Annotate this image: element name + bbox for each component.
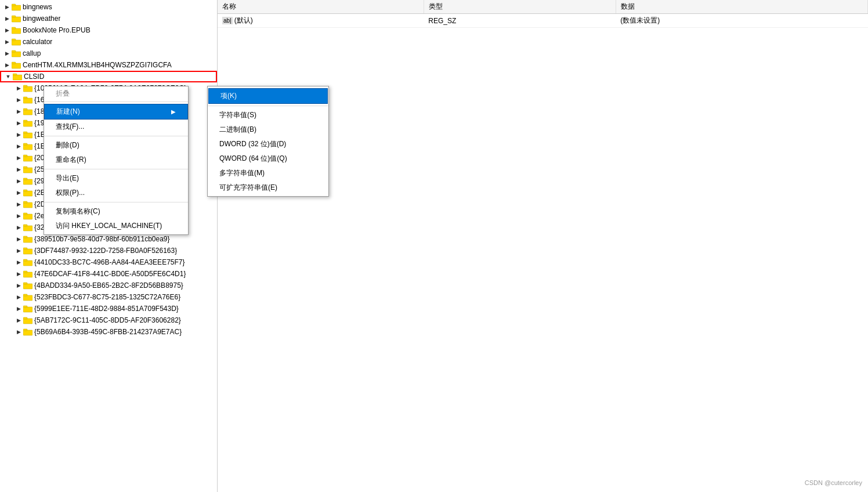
- expand-arrow[interactable]: ▶: [14, 188, 23, 197]
- tree-item-bingweather[interactable]: ▶ bingweather: [0, 13, 217, 24]
- context-menu-new[interactable]: 新建(N) ▶: [44, 104, 188, 120]
- svg-rect-43: [23, 248, 27, 249]
- expand-arrow[interactable]: ▶: [14, 292, 23, 302]
- separator3: [44, 169, 188, 169]
- tree-item-label: {5B69A6B4-393B-459C-8FBB-214237A9E7AC}: [34, 328, 182, 336]
- folder-icon: [23, 165, 32, 173]
- tree-item-label: {523FBDC3-C677-8C75-2185-1325C72A76E6}: [34, 293, 180, 301]
- tree-item-bingnews[interactable]: ▶ bingnews: [0, 1, 217, 13]
- expand-arrow[interactable]: ▶: [14, 95, 23, 104]
- svg-rect-9: [12, 50, 16, 52]
- expand-arrow[interactable]: ▶: [14, 176, 23, 186]
- context-menu-permissions[interactable]: 权限(P)...: [44, 186, 188, 200]
- svg-rect-42: [23, 249, 32, 254]
- tree-item-label: bingnews: [23, 3, 52, 11]
- expand-arrow[interactable]: ▶: [2, 60, 12, 70]
- tree-item-label: {5999E1EE-711E-48D2-9884-851A709F543D}: [34, 305, 179, 313]
- submenu-expandstring[interactable]: 可扩充字符串值(E): [208, 180, 328, 195]
- expand-arrow[interactable]: ▶: [14, 200, 23, 209]
- expand-arrow[interactable]: ▶: [2, 14, 12, 23]
- submenu[interactable]: 项(K) 字符串值(S) 二进制值(B) DWORD (32 位)值(D) QW…: [207, 86, 329, 197]
- svg-rect-32: [23, 191, 32, 196]
- expand-arrow[interactable]: ▶: [14, 153, 23, 162]
- svg-rect-11: [12, 62, 16, 64]
- svg-rect-38: [23, 226, 32, 231]
- expand-arrow[interactable]: ▶: [2, 49, 12, 58]
- cell-type: REG_SZ: [424, 14, 616, 28]
- tree-item-guid20[interactable]: ▶ {5999E1EE-711E-48D2-9884-851A709F543D}: [0, 303, 217, 314]
- col-name: 名称: [218, 0, 424, 14]
- expand-arrow[interactable]: ▶: [14, 118, 23, 128]
- expand-arrow[interactable]: ▶: [14, 107, 23, 116]
- folder-icon: [13, 73, 22, 81]
- submenu-string[interactable]: 字符串值(S): [208, 108, 328, 122]
- expand-arrow[interactable]: ▼: [3, 72, 13, 81]
- svg-rect-57: [23, 329, 27, 331]
- folder-icon: [12, 26, 21, 34]
- context-menu[interactable]: 折叠 新建(N) ▶ 查找(F)... 删除(D) 重命名(R) 导出(E) 权…: [44, 86, 189, 235]
- folder-icon: [23, 281, 32, 290]
- folder-icon: [23, 177, 32, 185]
- svg-rect-34: [23, 202, 32, 208]
- expand-arrow[interactable]: ▶: [14, 234, 23, 244]
- svg-rect-41: [23, 236, 27, 238]
- context-menu-delete[interactable]: 删除(D): [44, 138, 188, 153]
- tree-item-guid19[interactable]: ▶ {523FBDC3-C677-8C75-2185-1325C72A76E6}: [0, 291, 217, 303]
- expand-arrow[interactable]: ▶: [14, 269, 23, 278]
- context-menu-find[interactable]: 查找(F)...: [44, 120, 188, 134]
- tree-item-guid17[interactable]: ▶ {47E6DCAF-41F8-441C-BD0E-A50D5FE6C4D1}: [0, 268, 217, 280]
- context-menu-export[interactable]: 导出(E): [44, 171, 188, 186]
- submenu-binary[interactable]: 二进制值(B): [208, 122, 328, 137]
- registry-tree[interactable]: ▶ bingnews▶ bingweather▶ BookxNote Pro.E…: [0, 0, 218, 492]
- svg-rect-14: [23, 86, 32, 92]
- folder-icon: [23, 142, 32, 150]
- folder-icon: [23, 247, 32, 255]
- folder-icon: [23, 305, 32, 313]
- expand-arrow[interactable]: ▶: [14, 142, 23, 151]
- expand-arrow[interactable]: ▶: [14, 130, 23, 139]
- svg-rect-46: [23, 272, 32, 277]
- expand-arrow[interactable]: ▶: [14, 84, 23, 93]
- expand-arrow[interactable]: ▶: [14, 281, 23, 290]
- tree-item-guid14[interactable]: ▶ {389510b7-9e58-40d7-98bf-60b911cb0ea9}: [0, 233, 217, 245]
- expand-arrow[interactable]: ▶: [2, 2, 12, 12]
- expand-arrow[interactable]: ▶: [14, 246, 23, 255]
- tree-item-callup[interactable]: ▶ callup: [0, 48, 217, 59]
- tree-item-guid16[interactable]: ▶ {4410DC33-BC7C-496B-AA84-4AEA3EEE75F7}: [0, 256, 217, 268]
- svg-rect-24: [23, 144, 32, 150]
- expand-arrow[interactable]: ▶: [14, 327, 23, 337]
- registry-values-table: 名称 类型 数据 ab|(默认)REG_SZ(数值未设置): [218, 0, 868, 28]
- expand-arrow[interactable]: ▶: [14, 165, 23, 174]
- cell-name: ab|(默认): [218, 14, 424, 28]
- expand-arrow[interactable]: ▶: [14, 258, 23, 267]
- tree-item-clsid[interactable]: ▼ CLSID: [0, 71, 217, 82]
- tree-item-label: BookxNote Pro.EPUB: [23, 26, 91, 34]
- svg-rect-54: [23, 319, 32, 324]
- expand-arrow[interactable]: ▶: [14, 223, 23, 232]
- expand-arrow[interactable]: ▶: [2, 37, 12, 46]
- submenu-dword[interactable]: DWORD (32 位)值(D): [208, 137, 328, 151]
- expand-arrow[interactable]: ▶: [14, 304, 23, 313]
- expand-arrow[interactable]: ▶: [2, 26, 12, 35]
- context-menu-rename[interactable]: 重命名(R): [44, 153, 188, 167]
- expand-arrow[interactable]: ▶: [14, 211, 23, 220]
- tree-item-centhtm[interactable]: ▶ CentHTM.4XLRMM3LHB4HQWSZPZGI7IGCFA: [0, 59, 217, 71]
- context-menu-access[interactable]: 访问 HKEY_LOCAL_MACHINE(T): [44, 219, 188, 233]
- context-menu-copy-name[interactable]: 复制项名称(C): [44, 204, 188, 219]
- tree-item-bookkxnote[interactable]: ▶ BookxNote Pro.EPUB: [0, 24, 217, 36]
- expand-arrow[interactable]: ▶: [14, 316, 23, 325]
- svg-rect-48: [23, 284, 32, 289]
- tree-item-calculator[interactable]: ▶ calculator: [0, 36, 217, 48]
- submenu-multistring[interactable]: 多字符串值(M): [208, 166, 328, 180]
- tree-item-guid22[interactable]: ▶ {5B69A6B4-393B-459C-8FBB-214237A9E7AC}: [0, 326, 217, 338]
- folder-icon: [12, 3, 21, 11]
- svg-rect-7: [12, 39, 16, 41]
- svg-rect-50: [23, 295, 32, 301]
- folder-icon: [23, 107, 32, 115]
- submenu-key[interactable]: 项(K): [208, 88, 328, 104]
- tree-item-guid18[interactable]: ▶ {4BADD334-9A50-EB65-2B2C-8F2D56BB8975}: [0, 280, 217, 291]
- folder-icon: [23, 189, 32, 197]
- tree-item-guid21[interactable]: ▶ {5AB7172C-9C11-405C-8DD5-AF20F3606282}: [0, 314, 217, 326]
- tree-item-guid15[interactable]: ▶ {3DF74487-9932-122D-7258-FB0A0F526163}: [0, 245, 217, 256]
- submenu-qword[interactable]: QWORD (64 位)值(Q): [208, 151, 328, 166]
